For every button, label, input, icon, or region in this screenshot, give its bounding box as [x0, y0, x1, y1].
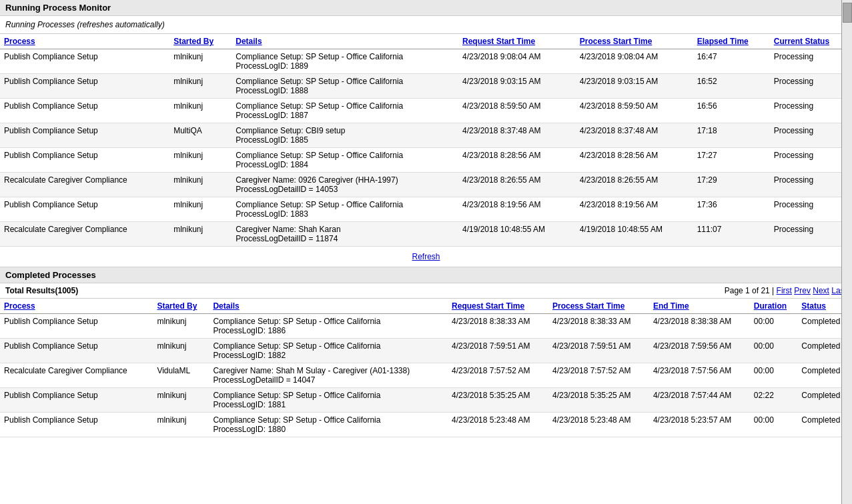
completed-table-cell: mlnikunj: [153, 388, 209, 413]
col-request-start-c[interactable]: Request Start Time: [448, 299, 548, 314]
running-table-cell: Compliance Setup: SP Setup - Office Cali…: [232, 197, 458, 222]
running-table-cell: 4/23/2018 8:28:56 AM: [576, 148, 693, 173]
completed-table-cell: Compliance Setup: SP Setup - Office Cali…: [209, 314, 448, 339]
col-details-c[interactable]: Details: [209, 299, 448, 314]
running-table-cell: 16:56: [693, 99, 770, 123]
total-results-row: Total Results(1005) Page 1 of 21 | First…: [0, 283, 852, 299]
running-table-cell: 4/23/2018 8:26:55 AM: [576, 173, 693, 197]
pagination-prev[interactable]: Prev: [794, 286, 811, 295]
running-table-cell: 4/23/2018 9:08:04 AM: [576, 49, 693, 74]
running-table-cell: Compliance Setup: SP Setup - Office Cali…: [232, 148, 458, 173]
col-process-start-c[interactable]: Process Start Time: [548, 299, 649, 314]
running-table-cell: mlnikunj: [169, 74, 232, 99]
col-process-start-time[interactable]: Process Start Time: [576, 34, 693, 49]
completed-table-cell: 4/23/2018 7:59:56 AM: [649, 339, 750, 363]
running-sub-header-text: Running Processes (refreshes automatical…: [5, 20, 165, 29]
scrollbar[interactable]: [841, 0, 852, 437]
running-table-cell: 4/19/2018 10:48:55 AM: [458, 222, 576, 247]
running-table-cell: Compliance Setup: SP Setup - Office Cali…: [232, 74, 458, 99]
running-table-cell: 4/23/2018 8:26:55 AM: [458, 173, 576, 197]
completed-table-cell: 00:00: [750, 363, 798, 388]
completed-table-cell: 4/23/2018 7:59:51 AM: [448, 339, 548, 363]
completed-section-header: Completed Processes: [0, 267, 852, 283]
running-table-cell: Processing: [770, 123, 852, 148]
running-table-cell: MultiQA: [169, 123, 232, 148]
completed-table-cell: Caregiver Name: Shah M Sulay - Caregiver…: [209, 363, 448, 388]
refresh-row: Refresh: [0, 247, 852, 267]
running-table-cell: mlnikunj: [169, 49, 232, 74]
running-table-cell: 4/23/2018 8:19:56 AM: [576, 197, 693, 222]
running-table-cell: Publish Compliance Setup: [0, 99, 169, 123]
running-table-cell: Publish Compliance Setup: [0, 123, 169, 148]
pagination-next[interactable]: Next: [813, 286, 829, 295]
running-table-cell: 17:27: [693, 148, 770, 173]
completed-table-cell: 4/23/2018 5:35:25 AM: [548, 388, 649, 413]
running-table-cell: Processing: [770, 74, 852, 99]
completed-table-cell: 00:00: [750, 413, 798, 437]
running-table-cell: Processing: [770, 222, 852, 247]
running-table-cell: mlnikunj: [169, 148, 232, 173]
completed-table-row: Recalculate Caregiver ComplianceVidulaML…: [0, 363, 852, 388]
col-details[interactable]: Details: [232, 34, 458, 49]
completed-table-cell: mlnikunj: [153, 314, 209, 339]
col-started-by[interactable]: Started By: [169, 34, 232, 49]
completed-table-cell: 4/23/2018 5:23:57 AM: [649, 413, 750, 437]
completed-table-cell: 4/23/2018 5:23:48 AM: [448, 413, 548, 437]
completed-table-cell: VidulaML: [153, 363, 209, 388]
pagination: Page 1 of 21 | First Prev Next Last: [725, 286, 847, 295]
pagination-page-label: Page 1 of 21 |: [725, 286, 775, 295]
completed-table-cell: Publish Compliance Setup: [0, 413, 153, 437]
running-table-cell: Compliance Setup: CBI9 setupProcessLogID…: [232, 123, 458, 148]
running-table-cell: 16:47: [693, 49, 770, 74]
total-results-label: Total Results(1005): [5, 286, 78, 295]
col-started-by-c[interactable]: Started By: [153, 299, 209, 314]
refresh-link[interactable]: Refresh: [412, 252, 440, 261]
col-current-status[interactable]: Current Status: [770, 34, 852, 49]
running-table-cell: 4/23/2018 8:59:50 AM: [458, 99, 576, 123]
running-table-cell: mlnikunj: [169, 173, 232, 197]
completed-table-cell: mlnikunj: [153, 339, 209, 363]
running-table-cell: mlnikunj: [169, 99, 232, 123]
running-table-cell: 4/23/2018 8:28:56 AM: [458, 148, 576, 173]
scroll-thumb[interactable]: [843, 3, 852, 23]
col-elapsed-time[interactable]: Elapsed Time: [693, 34, 770, 49]
running-table-cell: 4/23/2018 8:37:48 AM: [458, 123, 576, 148]
running-table-cell: Processing: [770, 99, 852, 123]
running-table-cell: Processing: [770, 49, 852, 74]
running-table-cell: Compliance Setup: SP Setup - Office Cali…: [232, 49, 458, 74]
running-table-cell: Processing: [770, 197, 852, 222]
completed-table-cell: 4/23/2018 7:57:52 AM: [548, 363, 649, 388]
completed-table-row: Publish Compliance SetupmlnikunjComplian…: [0, 413, 852, 437]
running-table-cell: 17:36: [693, 197, 770, 222]
completed-table-cell: Compliance Setup: SP Setup - Office Cali…: [209, 339, 448, 363]
running-table-row: Publish Compliance SetupmlnikunjComplian…: [0, 148, 852, 173]
completed-table-row: Publish Compliance SetupmlnikunjComplian…: [0, 388, 852, 413]
running-table-header-row: Process Started By Details Request Start…: [0, 34, 852, 49]
col-request-start-time[interactable]: Request Start Time: [458, 34, 576, 49]
col-process-c[interactable]: Process: [0, 299, 153, 314]
completed-section-title: Completed Processes: [5, 270, 96, 280]
completed-table-cell: 00:00: [750, 339, 798, 363]
running-table-cell: Publish Compliance Setup: [0, 49, 169, 74]
completed-table-cell: 4/23/2018 8:38:38 AM: [649, 314, 750, 339]
running-table-cell: 16:52: [693, 74, 770, 99]
running-table-row: Publish Compliance SetupmlnikunjComplian…: [0, 74, 852, 99]
running-table-row: Publish Compliance SetupmlnikunjComplian…: [0, 99, 852, 123]
completed-table-cell: Publish Compliance Setup: [0, 314, 153, 339]
col-duration-c[interactable]: Duration: [750, 299, 798, 314]
running-table-cell: Publish Compliance Setup: [0, 74, 169, 99]
running-table-cell: 4/23/2018 8:19:56 AM: [458, 197, 576, 222]
running-table-cell: 4/23/2018 8:59:50 AM: [576, 99, 693, 123]
running-table-row: Publish Compliance SetupmlnikunjComplian…: [0, 197, 852, 222]
running-processes-table: Process Started By Details Request Start…: [0, 34, 852, 247]
col-end-time-c[interactable]: End Time: [649, 299, 750, 314]
running-table-cell: mlnikunj: [169, 197, 232, 222]
pagination-first[interactable]: First: [777, 286, 792, 295]
running-table-cell: Compliance Setup: SP Setup - Office Cali…: [232, 99, 458, 123]
completed-table-cell: Compliance Setup: SP Setup - Office Cali…: [209, 388, 448, 413]
col-process[interactable]: Process: [0, 34, 169, 49]
completed-table-cell: 4/23/2018 7:57:44 AM: [649, 388, 750, 413]
running-table-row: Publish Compliance SetupMultiQAComplianc…: [0, 123, 852, 148]
page-wrapper: Running Process Monitor Running Processe…: [0, 0, 852, 437]
running-table-cell: 4/23/2018 9:03:15 AM: [576, 74, 693, 99]
